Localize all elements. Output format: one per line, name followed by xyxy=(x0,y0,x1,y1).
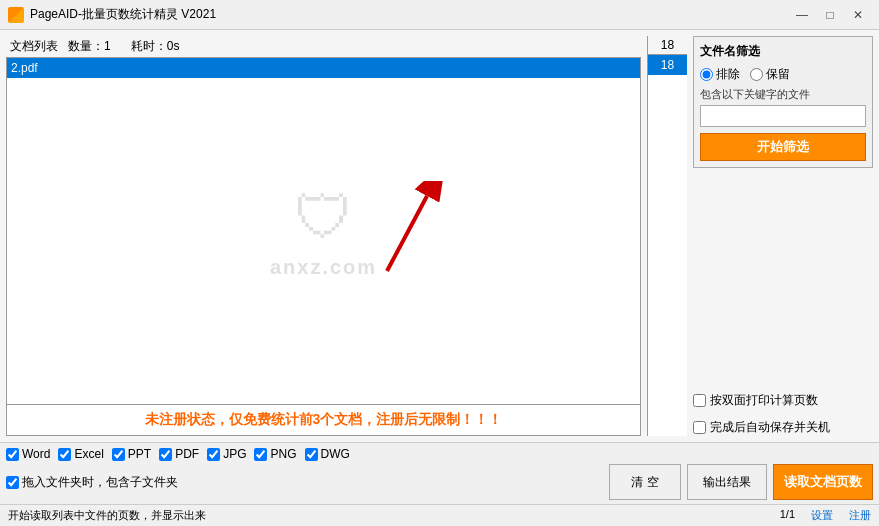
read-button[interactable]: 读取文档页数 xyxy=(773,464,873,500)
keep-radio-input[interactable] xyxy=(750,68,763,81)
settings-link[interactable]: 设置 xyxy=(811,508,833,523)
content-area: 文档列表 数量：1 耗时：0s 2.pdf 🛡 anxz xyxy=(0,30,879,442)
time-label: 耗时：0s xyxy=(131,38,180,55)
pdf-checkbox[interactable] xyxy=(159,448,172,461)
file-type-row: Word Excel PPT PDF JPG PNG xyxy=(6,447,873,461)
filter-group: 文件名筛选 排除 保留 包含以下关键字的文件 开始筛选 xyxy=(693,36,873,168)
filetype-word[interactable]: Word xyxy=(6,447,50,461)
subfolder-option[interactable]: 拖入文件夹时，包含子文件夹 xyxy=(6,474,603,491)
png-label: PNG xyxy=(270,447,296,461)
duplex-label: 按双面打印计算页数 xyxy=(710,392,818,409)
jpg-checkbox[interactable] xyxy=(207,448,220,461)
filter-radio-row: 排除 保留 xyxy=(700,66,866,83)
warning-text: 未注册状态，仅免费统计前3个文档，注册后无限制！！！ xyxy=(6,405,641,436)
filetype-pdf[interactable]: PDF xyxy=(159,447,199,461)
filetype-ppt[interactable]: PPT xyxy=(112,447,151,461)
shutdown-label: 完成后自动保存并关机 xyxy=(710,419,830,436)
keep-radio[interactable]: 保留 xyxy=(750,66,790,83)
shutdown-row: 完成后自动保存并关机 xyxy=(693,419,873,436)
dwg-label: DWG xyxy=(321,447,350,461)
page-info: 1/1 xyxy=(780,508,795,523)
png-checkbox[interactable] xyxy=(254,448,267,461)
pages-col-values: 18 xyxy=(648,54,687,436)
pdf-label: PDF xyxy=(175,447,199,461)
file-list-header: 文档列表 数量：1 耗时：0s xyxy=(6,36,641,57)
file-name: 2.pdf xyxy=(7,61,640,75)
duplex-row: 按双面打印计算页数 xyxy=(693,392,873,409)
keyword-label: 包含以下关键字的文件 xyxy=(700,87,866,102)
app-icon xyxy=(8,7,24,23)
keep-label: 保留 xyxy=(766,66,790,83)
ppt-label: PPT xyxy=(128,447,151,461)
status-bar: 开始读取列表中文件的页数，并显示出来 1/1 设置 注册 xyxy=(0,504,879,526)
table-row[interactable]: 2.pdf xyxy=(7,58,640,78)
subfolder-checkbox[interactable] xyxy=(6,476,19,489)
bottom-toolbar: Word Excel PPT PDF JPG PNG xyxy=(0,442,879,504)
close-button[interactable]: ✕ xyxy=(845,5,871,25)
sidebar-spacer xyxy=(693,174,873,382)
duplex-checkbox[interactable] xyxy=(693,394,706,407)
filetype-png[interactable]: PNG xyxy=(254,447,296,461)
keyword-input[interactable] xyxy=(700,105,866,127)
list-wrapper: 2.pdf 🛡 anxz.com xyxy=(6,57,641,405)
ppt-checkbox[interactable] xyxy=(112,448,125,461)
clear-button[interactable]: 清 空 xyxy=(609,464,681,500)
pages-col-title: 18 xyxy=(648,36,687,54)
shutdown-checkbox[interactable] xyxy=(693,421,706,434)
filter-group-title: 文件名筛选 xyxy=(700,43,866,60)
filetype-jpg[interactable]: JPG xyxy=(207,447,246,461)
register-link[interactable]: 注册 xyxy=(849,508,871,523)
status-left-text: 开始读取列表中文件的页数，并显示出来 xyxy=(8,508,206,523)
right-sidebar: 文件名筛选 排除 保留 包含以下关键字的文件 开始筛选 xyxy=(693,36,873,436)
filetype-excel[interactable]: Excel xyxy=(58,447,103,461)
word-checkbox[interactable] xyxy=(6,448,19,461)
title-bar: PageAID-批量页数统计精灵 V2021 — □ ✕ xyxy=(0,0,879,30)
action-buttons-row: 拖入文件夹时，包含子文件夹 清 空 输出结果 读取文档页数 xyxy=(6,464,873,500)
page-value-row: 18 xyxy=(648,55,687,75)
status-right: 1/1 设置 注册 xyxy=(780,508,871,523)
exclude-radio[interactable]: 排除 xyxy=(700,66,740,83)
minimize-button[interactable]: — xyxy=(789,5,815,25)
filetype-dwg[interactable]: DWG xyxy=(305,447,350,461)
left-panel: 文档列表 数量：1 耗时：0s 2.pdf 🛡 anxz xyxy=(6,36,641,436)
title-bar-controls: — □ ✕ xyxy=(789,5,871,25)
title-bar-text: PageAID-批量页数统计精灵 V2021 xyxy=(30,6,789,23)
filter-button[interactable]: 开始筛选 xyxy=(700,133,866,161)
excel-checkbox[interactable] xyxy=(58,448,71,461)
pages-column: 18 18 xyxy=(647,36,687,436)
jpg-label: JPG xyxy=(223,447,246,461)
subfolder-label: 拖入文件夹时，包含子文件夹 xyxy=(22,474,178,491)
exclude-label: 排除 xyxy=(716,66,740,83)
file-list-label: 文档列表 数量：1 xyxy=(10,38,111,55)
main-container: 文档列表 数量：1 耗时：0s 2.pdf 🛡 anxz xyxy=(0,30,879,526)
file-list[interactable]: 2.pdf xyxy=(7,58,640,404)
excel-label: Excel xyxy=(74,447,103,461)
word-label: Word xyxy=(22,447,50,461)
dwg-checkbox[interactable] xyxy=(305,448,318,461)
exclude-radio-input[interactable] xyxy=(700,68,713,81)
export-button[interactable]: 输出结果 xyxy=(687,464,767,500)
maximize-button[interactable]: □ xyxy=(817,5,843,25)
